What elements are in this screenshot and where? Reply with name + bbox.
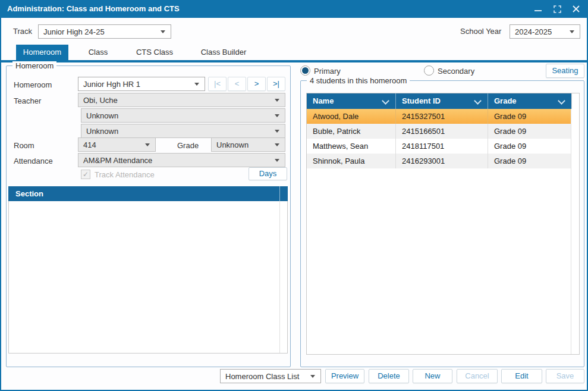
school-year-label: School Year: [460, 27, 501, 36]
secondary-radio[interactable]: [424, 65, 434, 76]
attendance-select[interactable]: AM&PM Attendance: [78, 153, 285, 167]
track-select[interactable]: Junior High 24-25: [38, 24, 171, 39]
cancel-button[interactable]: Cancel: [457, 369, 498, 383]
room-field-label: Room: [14, 141, 34, 150]
cell-grade: Grade 09: [488, 139, 571, 154]
teacher2-select[interactable]: Unknown: [81, 108, 285, 123]
grade-field-label: Grade: [177, 141, 199, 150]
cell-student-id: 2418117501: [396, 139, 488, 154]
checkmark-icon: ✓: [83, 170, 89, 179]
cell-name: Buble, Patrick: [307, 124, 396, 139]
chevron-down-icon: [310, 375, 315, 378]
chevron-down-icon: [275, 159, 279, 162]
teacher-field-label: Teacher: [14, 96, 41, 105]
students-panel: 4 students in this homeroom Name Student…: [300, 80, 584, 367]
cell-student-id: 2415327501: [396, 109, 488, 124]
cell-grade: Grade 09: [488, 154, 571, 168]
minimize-button[interactable]: [533, 4, 543, 14]
teacher3-select-value: Unknown: [86, 127, 118, 136]
chevron-down-icon: [275, 114, 279, 117]
room-select-value: 414: [83, 140, 96, 149]
maximize-icon: [554, 5, 561, 13]
track-label: Track: [13, 27, 32, 36]
track-attendance-checkbox[interactable]: ✓: [81, 170, 90, 179]
chevron-down-icon: [275, 130, 279, 133]
teacher3-select[interactable]: Unknown: [81, 124, 285, 138]
window-title: Administration: Class and Homeroom and C…: [7, 0, 180, 18]
homeroom-select[interactable]: Junior Hgh HR 1: [78, 77, 205, 91]
section-list-body[interactable]: [8, 201, 288, 354]
grade-select[interactable]: Unknown: [211, 137, 285, 152]
chevron-down-icon: [161, 30, 165, 33]
cell-name: Matthews, Sean: [307, 139, 396, 154]
close-icon: [573, 5, 580, 12]
students-panel-legend: 4 students in this homeroom: [307, 76, 410, 85]
students-table-header: Name Student ID Grade: [307, 93, 579, 109]
tab-cts-class[interactable]: CTS Class: [128, 45, 181, 60]
table-row[interactable]: Matthews, Sean 2418117501 Grade 09: [307, 139, 571, 154]
column-header-student-id[interactable]: Student ID: [396, 93, 488, 109]
save-button[interactable]: Save: [546, 369, 584, 383]
column-header-label: Grade: [494, 96, 517, 105]
chevron-down-icon: [275, 99, 279, 102]
homeroom-select-value: Junior Hgh HR 1: [83, 80, 140, 89]
chevron-down-icon: [275, 143, 279, 146]
cell-name: Atwood, Dale: [307, 109, 396, 124]
section-header-gutter: [279, 186, 280, 201]
school-year-select-value: 2024-2025: [515, 27, 552, 36]
column-header-name[interactable]: Name: [307, 93, 396, 109]
nav-first-button[interactable]: |<: [208, 77, 227, 91]
room-select[interactable]: 414: [78, 137, 156, 152]
section-list-header[interactable]: Section: [8, 186, 288, 201]
attendance-field-label: Attendance: [14, 157, 53, 165]
track-attendance-label: Track Attendance: [95, 170, 155, 179]
primary-radio-label: Primary: [314, 67, 341, 76]
homeroom-panel: Homeroom Homeroom Junior Hgh HR 1 |< < >…: [6, 65, 291, 367]
students-table: Name Student ID Grade Atwood, Dale 24153…: [306, 93, 580, 355]
tab-underline: [1, 60, 587, 62]
app-window: Administration: Class and Homeroom and C…: [0, 0, 588, 391]
school-year-select[interactable]: 2024-2025: [510, 24, 580, 39]
cell-name: Shinnok, Paula: [307, 154, 396, 168]
homeroom-panel-legend: Homeroom: [12, 61, 56, 70]
table-body-gutter: [571, 109, 571, 354]
section-column-label: Section: [15, 189, 43, 198]
cell-grade: Grade 09: [488, 109, 571, 124]
tab-homeroom[interactable]: Homeroom: [16, 45, 68, 60]
title-bar: Administration: Class and Homeroom and C…: [1, 0, 587, 18]
table-row[interactable]: Buble, Patrick 2415166501 Grade 09: [307, 124, 571, 139]
attendance-select-value: AM&PM Attendance: [83, 156, 152, 165]
report-select-value: Homeroom Class List: [225, 372, 299, 381]
seating-button[interactable]: Seating: [546, 64, 584, 78]
nav-prev-button[interactable]: <: [228, 77, 246, 91]
report-select[interactable]: Homeroom Class List: [220, 369, 321, 383]
tab-class-builder[interactable]: Class Builder: [181, 45, 266, 60]
chevron-down-icon: [194, 83, 199, 86]
column-header-label: Name: [313, 96, 334, 105]
primary-radio[interactable]: [300, 65, 310, 76]
preview-button[interactable]: Preview: [325, 369, 364, 383]
days-button[interactable]: Days: [249, 167, 287, 180]
teacher-select-value: Obi, Uche: [83, 96, 118, 105]
table-row[interactable]: Shinnok, Paula 2416293001 Grade 09: [307, 154, 571, 168]
chevron-down-icon: [570, 30, 574, 33]
delete-button[interactable]: Delete: [369, 369, 409, 383]
homeroom-field-label: Homeroom: [14, 80, 52, 89]
column-header-grade[interactable]: Grade: [488, 93, 571, 109]
secondary-radio-label: Secondary: [438, 67, 474, 76]
edit-button[interactable]: Edit: [501, 369, 542, 383]
sort-chevron-icon: [474, 97, 482, 105]
new-button[interactable]: New: [413, 369, 452, 383]
cell-grade: Grade 09: [488, 124, 571, 139]
maximize-button[interactable]: [552, 4, 562, 14]
sort-chevron-icon: [558, 97, 565, 105]
minimize-icon: [534, 10, 542, 11]
table-row[interactable]: Atwood, Dale 2415327501 Grade 09: [307, 109, 571, 124]
scrollbar-gutter[interactable]: [571, 93, 579, 109]
tab-class[interactable]: Class: [68, 45, 128, 60]
teacher-select[interactable]: Obi, Uche: [78, 93, 285, 107]
close-button[interactable]: [571, 4, 581, 14]
nav-next-button[interactable]: >: [247, 77, 266, 91]
column-header-label: Student ID: [402, 96, 441, 105]
nav-last-button[interactable]: >|: [267, 77, 285, 91]
